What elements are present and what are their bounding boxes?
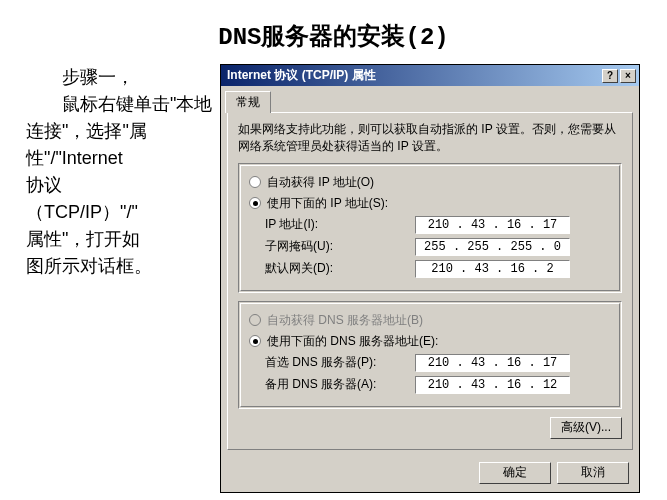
tab-general[interactable]: 常规: [225, 91, 271, 113]
alternate-dns-input[interactable]: 210 . 43 . 16 . 12: [415, 376, 570, 394]
subnet-mask-input[interactable]: 255 . 255 . 255 . 0: [415, 238, 570, 256]
gateway-input[interactable]: 210 . 43 . 16 . 2: [415, 260, 570, 278]
preferred-dns-label: 首选 DNS 服务器(P):: [265, 354, 415, 371]
gateway-label: 默认网关(D):: [265, 260, 415, 277]
slide-title: DNS服务器的安装(2): [0, 0, 667, 64]
radio-use-dns-row[interactable]: 使用下面的 DNS 服务器地址(E):: [249, 333, 611, 350]
close-icon[interactable]: ×: [620, 69, 636, 83]
ip-address-label: IP 地址(I):: [265, 216, 415, 233]
radio-auto-ip-row[interactable]: 自动获得 IP 地址(O): [249, 174, 611, 191]
dialog-body: 如果网络支持此功能，则可以获取自动指派的 IP 设置。否则，您需要从网络系统管理…: [227, 112, 633, 450]
radio-auto-dns-row: 自动获得 DNS 服务器地址(B): [249, 312, 611, 329]
titlebar: Internet 协议 (TCP/IP) 属性 ? ×: [221, 65, 639, 86]
ip-settings-group: 自动获得 IP 地址(O) 使用下面的 IP 地址(S): IP 地址(I): …: [238, 163, 622, 293]
radio-icon: [249, 314, 261, 326]
dialog-button-bar: 确定 取消: [221, 456, 639, 492]
advanced-button[interactable]: 高级(V)...: [550, 417, 622, 439]
radio-use-dns-label: 使用下面的 DNS 服务器地址(E):: [267, 333, 438, 350]
instruction-text: 步骤一， 鼠标右键单击"本地连接"，选择"属性"/"Internet协议（TCP…: [10, 64, 220, 280]
ip-address-input[interactable]: 210 . 43 . 16 . 17: [415, 216, 570, 234]
ok-button[interactable]: 确定: [479, 462, 551, 484]
subnet-mask-label: 子网掩码(U):: [265, 238, 415, 255]
cancel-button[interactable]: 取消: [557, 462, 629, 484]
preferred-dns-input[interactable]: 210 . 43 . 16 . 17: [415, 354, 570, 372]
tab-strip: 常规: [221, 86, 639, 112]
help-icon[interactable]: ?: [602, 69, 618, 83]
dns-settings-group: 自动获得 DNS 服务器地址(B) 使用下面的 DNS 服务器地址(E): 首选…: [238, 301, 622, 409]
radio-use-ip-row[interactable]: 使用下面的 IP 地址(S):: [249, 195, 611, 212]
radio-use-ip-label: 使用下面的 IP 地址(S):: [267, 195, 388, 212]
radio-icon: [249, 197, 261, 209]
dialog-title: Internet 协议 (TCP/IP) 属性: [227, 67, 600, 84]
description-text: 如果网络支持此功能，则可以获取自动指派的 IP 设置。否则，您需要从网络系统管理…: [238, 121, 622, 155]
alternate-dns-label: 备用 DNS 服务器(A):: [265, 376, 415, 393]
radio-auto-dns-label: 自动获得 DNS 服务器地址(B): [267, 312, 423, 329]
radio-auto-ip-label: 自动获得 IP 地址(O): [267, 174, 374, 191]
radio-icon: [249, 176, 261, 188]
tcpip-properties-dialog: Internet 协议 (TCP/IP) 属性 ? × 常规 如果网络支持此功能…: [220, 64, 640, 493]
radio-icon: [249, 335, 261, 347]
